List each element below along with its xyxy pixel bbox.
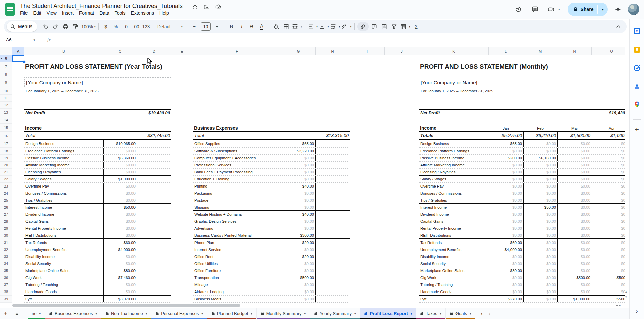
sheet-tab-menu-caret-icon[interactable]: ▾ [354, 312, 356, 315]
table-row[interactable]: Overtime Pay$0.00 [24, 183, 171, 190]
cell-empty[interactable] [316, 211, 350, 218]
cell-label[interactable]: Unemployment Benefits [24, 246, 103, 253]
cell-label[interactable]: Tips / Gratuities [419, 197, 489, 203]
cell-label[interactable]: Office Utilities [193, 260, 281, 267]
cell-value[interactable]: $500.00 [592, 274, 625, 281]
monthly-table-row[interactable]: REIT Distributions$0.00$0.00$0.00$0.00 [419, 232, 625, 239]
cell-value[interactable]: $0.00 [557, 281, 592, 288]
cell-empty[interactable] [316, 288, 350, 295]
column-header-A[interactable]: A [12, 47, 24, 55]
move-folder-icon[interactable] [203, 4, 210, 10]
cell-label[interactable]: Gig Work [419, 274, 489, 281]
report-title[interactable]: PROFIT AND LOSS STATEMENT (Year Totals) [25, 62, 162, 71]
cell-label[interactable]: Freelance Platform Earnings [24, 148, 103, 154]
fill-color-button[interactable] [272, 22, 280, 31]
cell-value[interactable]: $0.00 [523, 225, 557, 232]
cell-label[interactable]: Bank Fees + Payment Processing [193, 169, 281, 175]
row-header-33[interactable]: 33 [0, 253, 12, 260]
table-row[interactable]: Marketplace Online Sales$80.00 [24, 267, 171, 274]
strikethrough-button[interactable]: S [247, 22, 256, 31]
cell-label[interactable]: Bonuses / Commissions [419, 190, 489, 197]
cell-value[interactable]: $4,000.00 [489, 246, 523, 253]
row-header-17[interactable]: 17 [0, 140, 12, 148]
monthly-table-row[interactable]: Interest Income$0.00$50.00$0.00$0.00 [419, 204, 625, 211]
cell-value[interactable]: $0.00 [281, 296, 316, 302]
zoom-select[interactable]: 100%▾ [81, 22, 96, 31]
cell-label[interactable]: Licensing / Royalties [419, 169, 489, 175]
table-row[interactable]: Education + Training$0.00 [193, 176, 350, 183]
monthly-table-row[interactable]: Disability Income$0.00$0.00$0.00$0.00 [419, 253, 625, 260]
table-row[interactable]: Phone Plan$20.00 [193, 239, 350, 246]
gemini-sparkle-icon[interactable] [614, 6, 621, 13]
cell-value[interactable]: $0.00 [489, 218, 523, 225]
sheet-tab-monthly-summary[interactable]: Monthly Summary▾ [257, 308, 310, 319]
cell-label[interactable]: Business Cards / Printed Material [193, 232, 281, 238]
contacts-icon[interactable] [633, 83, 641, 91]
cell-empty[interactable] [137, 190, 171, 197]
cell-label[interactable]: Handmade Goods [419, 288, 489, 295]
sheet-tab-menu-caret-icon[interactable]: ▾ [251, 312, 252, 315]
row-header-8[interactable]: 8 [0, 71, 12, 77]
cell-value[interactable]: $0.00 [592, 204, 625, 211]
cell-value[interactable]: $1,000.00 [557, 296, 592, 302]
row-header-34[interactable]: 34 [0, 260, 12, 267]
column-header-M[interactable]: M [523, 47, 557, 55]
decrease-font-size-button[interactable]: − [190, 22, 199, 31]
cell-value[interactable]: $0.00 [489, 162, 523, 168]
cell-value[interactable]: $0.00 [592, 218, 625, 225]
cell-value[interactable]: $0.00 [557, 140, 592, 147]
cell-value[interactable]: $0.00 [557, 197, 592, 203]
row-header-36[interactable]: 36 [0, 274, 12, 281]
cell-value[interactable]: $0.00 [489, 288, 523, 295]
cell-empty[interactable] [137, 169, 171, 175]
show-side-panel-icon[interactable]: › [636, 308, 638, 315]
table-row[interactable]: Disability Income$0.00 [24, 253, 171, 260]
cell-value[interactable]: $2,220.00 [281, 148, 316, 154]
sheet-tab-menu-caret-icon[interactable]: ▾ [146, 312, 147, 315]
cell-value[interactable]: $0.00 [281, 281, 316, 288]
table-row[interactable]: Gig Work$7,460.00 [24, 274, 171, 281]
cell-value[interactable]: $0.00 [281, 162, 316, 168]
menu-data[interactable]: Data [97, 10, 112, 16]
cell-label[interactable]: Advertising [193, 225, 281, 232]
table-row[interactable]: Graphic Design Services$0.00 [193, 218, 350, 225]
column-header-E[interactable]: E [171, 47, 193, 55]
undo-button[interactable] [41, 22, 50, 31]
monthly-table-row[interactable]: Tutoring / Teaching$0.00$0.00$0.00$0.00 [419, 281, 625, 288]
cell-value[interactable]: $0.00 [281, 246, 316, 253]
insert-comment-button[interactable] [370, 22, 379, 31]
increase-font-size-button[interactable]: + [213, 22, 221, 31]
cell-label[interactable]: Tax Refunds [419, 239, 489, 246]
cell-value[interactable]: $0.00 [557, 267, 592, 274]
cell-label[interactable]: Gig Work [24, 274, 103, 281]
cell-empty[interactable] [316, 169, 350, 175]
sheet-tab-non-tax-income[interactable]: Non-Tax Income▾ [101, 308, 151, 319]
cell-label[interactable]: Computer Equipment + Accessories [193, 155, 281, 161]
cell-label[interactable]: Tutoring / Teaching [24, 281, 103, 288]
cell-label[interactable]: Affiliate Marketing Income [419, 162, 489, 168]
monthly-table-row[interactable]: Freelance Platform Earnings$0.00$0.00$0.… [419, 148, 625, 155]
cell-value[interactable]: $0.00 [103, 281, 137, 288]
sheet-tab-taxes[interactable]: Taxes▾ [416, 308, 446, 319]
table-row[interactable]: Internet Service$0.00 [193, 246, 350, 253]
cell-value[interactable]: $0.00 [523, 288, 557, 295]
cell-value[interactable]: $0.00 [592, 239, 625, 246]
cell-value[interactable]: $60.00 [489, 239, 523, 246]
cell-label[interactable]: Design Business [24, 140, 103, 147]
menu-file[interactable]: File [17, 10, 31, 16]
cell-value[interactable]: $0.00 [523, 281, 557, 288]
row-header-19[interactable]: 19 [0, 155, 12, 162]
cell-value[interactable]: $0.00 [489, 253, 523, 260]
print-button[interactable] [61, 22, 70, 31]
cell-empty[interactable] [316, 190, 350, 197]
cell-value[interactable]: $0.00 [489, 148, 523, 154]
cell-value[interactable]: $0.00 [103, 169, 137, 175]
cell-empty[interactable] [137, 155, 171, 161]
monthly-table-row[interactable]: Tax Refunds$60.00$0.00$0.00$0.00 [419, 239, 625, 246]
italic-button[interactable]: I [237, 22, 246, 31]
cell-empty[interactable] [316, 274, 350, 281]
table-row[interactable]: Bonuses / Commissions$0.00 [24, 190, 171, 197]
star-icon[interactable] [192, 4, 198, 10]
table-row[interactable]: Design Business$10,065.00 [24, 140, 171, 148]
row-header-9[interactable]: 9 [0, 77, 12, 87]
